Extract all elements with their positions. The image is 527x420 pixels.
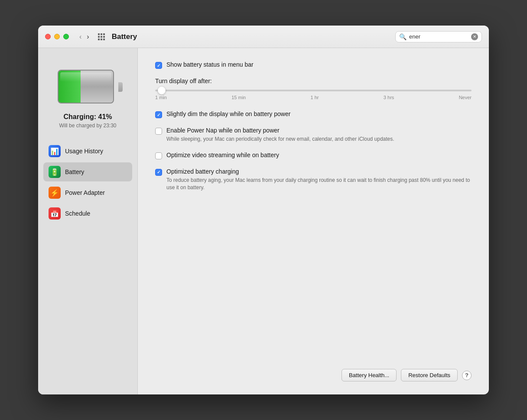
optimized-charging-label: Optimized battery charging: [166, 168, 472, 175]
power-adapter-label: Power Adapter: [65, 189, 105, 196]
show-battery-label: Show battery status in menu bar: [166, 61, 254, 68]
battery-tip: [118, 82, 123, 92]
battery-body: [58, 70, 114, 103]
grid-icon[interactable]: [98, 33, 105, 40]
traffic-lights: [45, 34, 69, 39]
show-battery-row: Show battery status in menu bar: [155, 61, 472, 69]
battery-health-button[interactable]: Battery Health...: [342, 369, 397, 381]
search-bar[interactable]: 🔍 ✕: [395, 31, 482, 42]
power-nap-row: Enable Power Nap while on battery power …: [155, 127, 472, 143]
titlebar: ‹ › Battery 🔍 ✕: [38, 26, 489, 48]
show-battery-checkbox[interactable]: [155, 62, 162, 69]
maximize-button[interactable]: [63, 34, 69, 39]
back-button[interactable]: ‹: [78, 32, 83, 42]
power-nap-text: Enable Power Nap while on battery power …: [166, 127, 394, 143]
slider-ticks: 1 min 15 min 1 hr 3 hrs Never: [155, 95, 472, 100]
window-title: Battery: [112, 32, 390, 41]
sidebar-item-battery[interactable]: 🔋 Battery: [43, 162, 132, 181]
search-clear-button[interactable]: ✕: [471, 33, 478, 40]
restore-defaults-button[interactable]: Restore Defaults: [401, 369, 458, 381]
sidebar-item-usage-history[interactable]: 📊 Usage History: [43, 142, 132, 161]
dim-display-label: Slightly dim the display while on batter…: [166, 110, 290, 117]
sidebar-nav: 📊 Usage History 🔋 Battery ⚡ Power Adapte…: [38, 142, 137, 225]
slider-tick-1hr: 1 hr: [311, 95, 319, 100]
power-nap-checkbox[interactable]: [155, 128, 162, 135]
usage-history-label: Usage History: [65, 148, 103, 155]
display-slider-section: Turn display off after: 1 min 15 min 1 h…: [155, 78, 472, 100]
content: Charging: 41% Will be charged by 23:30 📊…: [38, 48, 489, 394]
main-panel: Show battery status in menu bar Turn dis…: [138, 48, 489, 394]
schedule-label: Schedule: [65, 210, 90, 217]
dim-display-checkbox[interactable]: [155, 111, 162, 118]
power-adapter-icon: ⚡: [49, 187, 61, 199]
help-button[interactable]: ?: [462, 371, 472, 380]
battery-label: Battery: [65, 168, 84, 175]
schedule-icon: 📅: [49, 207, 61, 220]
window: ‹ › Battery 🔍 ✕: [38, 26, 489, 394]
optimize-video-row: Optimize video streaming while on batter…: [155, 152, 472, 159]
battery-shine: [60, 72, 111, 82]
power-nap-label: Enable Power Nap while on battery power: [166, 127, 394, 134]
optimized-charging-description: To reduce battery aging, your Mac learns…: [166, 177, 472, 191]
sidebar-item-power-adapter[interactable]: ⚡ Power Adapter: [43, 183, 132, 202]
optimized-charging-text: Optimized battery charging To reduce bat…: [166, 168, 472, 191]
battery-icon: 🔋: [49, 166, 61, 178]
power-nap-description: While sleeping, your Mac can periodicall…: [166, 136, 394, 143]
display-slider-label: Turn display off after:: [155, 78, 472, 84]
search-icon: 🔍: [399, 33, 407, 40]
slider-container[interactable]: [155, 90, 472, 91]
search-input[interactable]: [409, 33, 468, 40]
battery-visual-container: [58, 70, 118, 104]
sidebar: Charging: 41% Will be charged by 23:30 📊…: [38, 48, 138, 394]
optimize-video-checkbox[interactable]: [155, 152, 162, 159]
sidebar-item-schedule[interactable]: 📅 Schedule: [43, 204, 132, 223]
nav-arrows: ‹ ›: [78, 32, 91, 42]
slider-thumb[interactable]: [158, 87, 166, 94]
slider-tick-15min: 15 min: [231, 95, 246, 100]
dim-display-row: Slightly dim the display while on batter…: [155, 110, 472, 118]
usage-history-icon: 📊: [49, 145, 61, 157]
minimize-button[interactable]: [54, 34, 60, 39]
optimized-charging-checkbox[interactable]: [155, 169, 162, 176]
slider-tick-3hrs: 3 hrs: [384, 95, 394, 100]
footer: Battery Health... Restore Defaults ?: [155, 360, 472, 381]
optimized-charging-row: Optimized battery charging To reduce bat…: [155, 168, 472, 191]
charge-percent: Charging: 41%: [59, 113, 116, 121]
slider-tick-1min: 1 min: [155, 95, 167, 100]
forward-button[interactable]: ›: [85, 32, 91, 42]
close-button[interactable]: [45, 34, 51, 39]
slider-tick-never: Never: [459, 95, 472, 100]
charge-status: Charging: 41% Will be charged by 23:30: [59, 113, 116, 129]
optimize-video-label: Optimize video streaming while on batter…: [166, 152, 279, 158]
slider-track: [155, 90, 472, 91]
charge-eta: Will be charged by 23:30: [59, 123, 116, 129]
battery-visual: [58, 70, 118, 104]
